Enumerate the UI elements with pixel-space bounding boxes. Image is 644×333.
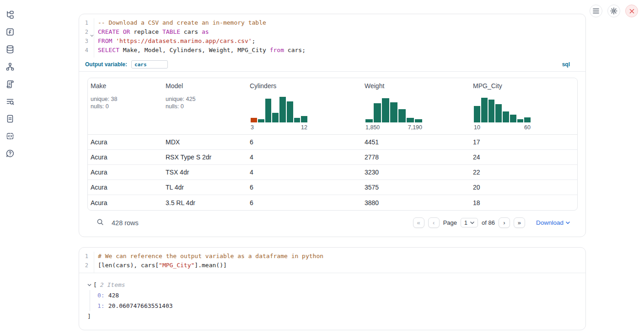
histogram-bar[interactable] bbox=[382, 98, 389, 122]
table-footer: 428 rows « ‹ Page 1 of 86 › » Download bbox=[87, 211, 578, 237]
histogram-bar[interactable] bbox=[265, 99, 272, 122]
python-comment: # We can reference the output variable a… bbox=[98, 253, 323, 259]
python-cell: 1 2 # We can reference the output variab… bbox=[79, 247, 586, 330]
column-header-cylinders[interactable]: Cylinders 3 12 bbox=[247, 78, 362, 134]
histogram-bar[interactable] bbox=[365, 119, 373, 122]
menu-icon[interactable] bbox=[590, 5, 602, 17]
language-badge: sql bbox=[562, 61, 570, 68]
table-row[interactable]: Acura TL 4dr 6 3575 20 bbox=[88, 180, 577, 195]
histogram-bar[interactable] bbox=[272, 113, 279, 122]
histogram-bar[interactable] bbox=[503, 111, 509, 122]
output-variable-row: Output variable: sql bbox=[79, 58, 585, 72]
code-line: # We can reference the output variable a… bbox=[98, 252, 323, 261]
code-line: SELECT Make, Model, Cylinders, Weight, M… bbox=[98, 46, 306, 55]
histogram-bar[interactable] bbox=[374, 103, 381, 122]
file-tree-icon[interactable] bbox=[5, 10, 15, 20]
histogram-bar[interactable] bbox=[294, 118, 301, 122]
line-number-gutter: 1 2 3 4 bbox=[79, 18, 94, 58]
list-item: 0:428 bbox=[97, 290, 577, 301]
histogram-bar[interactable] bbox=[301, 116, 307, 122]
histogram-bar[interactable] bbox=[474, 106, 480, 122]
page-select[interactable]: 1 bbox=[461, 218, 478, 227]
notebook: 1 2 3 4 -- Download a CSV and create an … bbox=[79, 14, 586, 330]
item-index: 0: bbox=[97, 292, 105, 299]
database-icon[interactable] bbox=[5, 44, 15, 54]
table-row[interactable]: Acura MDX 6 4451 17 bbox=[88, 135, 577, 150]
list-item: 1:20.060747663551403 bbox=[97, 301, 577, 311]
line-number: 3 bbox=[85, 38, 88, 44]
document-icon[interactable] bbox=[5, 114, 15, 124]
sql-code-editor[interactable]: 1 2 3 4 -- Download a CSV and create an … bbox=[79, 14, 585, 58]
histogram-bar[interactable] bbox=[510, 115, 516, 122]
line-number: 1 bbox=[85, 20, 88, 26]
shutdown-close-icon[interactable] bbox=[625, 5, 638, 17]
table-row[interactable]: Acura TSX 4dr 4 3230 22 bbox=[88, 165, 577, 180]
sql-cell: 1 2 3 4 -- Download a CSV and create an … bbox=[79, 14, 586, 237]
page-label: Page bbox=[443, 219, 457, 226]
mpg-city-histogram: 10 60 bbox=[474, 97, 531, 131]
histogram-bar[interactable] bbox=[488, 100, 495, 122]
items-count-label: 2 Items bbox=[100, 280, 125, 290]
python-code-editor[interactable]: 1 2 # We can reference the output variab… bbox=[79, 248, 585, 273]
function-icon[interactable] bbox=[5, 27, 15, 37]
axis-min-label: 10 bbox=[474, 124, 480, 131]
open-bracket: [ bbox=[93, 280, 97, 290]
item-index: 1: bbox=[97, 302, 105, 309]
table-row[interactable]: Acura RSX Type S 2dr 4 2778 24 bbox=[88, 150, 577, 165]
table-row[interactable]: Acura 3.5 RL 4dr 6 3880 18 bbox=[88, 195, 577, 210]
column-stats: unique: 38 nulls: 0 bbox=[91, 95, 159, 110]
dependency-graph-icon[interactable] bbox=[5, 62, 15, 72]
settings-gear-icon[interactable] bbox=[607, 5, 620, 17]
axis-max-label: 60 bbox=[524, 124, 531, 131]
chevron-down-icon bbox=[566, 222, 570, 224]
sql-code: -- Download a CSV and create an in-memor… bbox=[94, 18, 311, 58]
sql-comment: -- Download a CSV and create an in-memor… bbox=[98, 19, 266, 26]
column-header-model[interactable]: Model unique: 425 nulls: 0 bbox=[163, 78, 247, 134]
snippets-icon[interactable] bbox=[5, 131, 15, 141]
row-count: 428 rows bbox=[112, 219, 139, 227]
histogram-bar[interactable] bbox=[415, 119, 422, 122]
sql-url-string: 'https://datasets.marimo.app/cars.csv' bbox=[116, 37, 252, 44]
histogram-bar[interactable] bbox=[390, 102, 397, 122]
output-variable-label: Output variable: bbox=[85, 61, 127, 68]
python-code: # We can reference the output variable a… bbox=[94, 252, 329, 273]
histogram-bar[interactable] bbox=[279, 97, 286, 122]
histogram-bar[interactable] bbox=[287, 101, 293, 122]
first-page-button[interactable]: « bbox=[413, 217, 424, 228]
line-number: 4 bbox=[85, 47, 88, 53]
axis-min-label: 3 bbox=[251, 124, 254, 131]
histogram-bar[interactable] bbox=[398, 109, 406, 122]
histogram-bar[interactable] bbox=[495, 104, 502, 122]
column-header-mpg-city[interactable]: MPG_City 10 60 bbox=[470, 78, 577, 134]
logs-search-icon[interactable] bbox=[5, 96, 15, 106]
histogram-bar[interactable] bbox=[524, 117, 531, 122]
axis-min-label: 1,850 bbox=[365, 124, 380, 131]
code-line: [len(cars), cars["MPG_City"].mean()] bbox=[98, 261, 323, 270]
line-number-gutter: 1 2 bbox=[79, 252, 94, 273]
collapse-chevron-icon[interactable] bbox=[87, 284, 91, 286]
prev-page-button[interactable]: ‹ bbox=[428, 217, 440, 228]
code-line: FROM 'https://datasets.marimo.app/cars.c… bbox=[98, 37, 306, 46]
axis-max-label: 12 bbox=[301, 124, 307, 131]
close-bracket: ] bbox=[87, 311, 577, 322]
histogram-bar[interactable] bbox=[258, 119, 264, 122]
item-value: 20.060747663551403 bbox=[108, 302, 173, 309]
column-header-make[interactable]: Make unique: 38 nulls: 0 bbox=[88, 78, 163, 134]
cylinders-histogram: 3 12 bbox=[251, 97, 307, 131]
sidebar bbox=[0, 0, 20, 333]
column-header-weight[interactable]: Weight 1,850 7,190 bbox=[362, 78, 470, 134]
weight-histogram: 1,850 7,190 bbox=[365, 97, 422, 131]
help-icon[interactable] bbox=[5, 148, 15, 159]
histogram-bar[interactable] bbox=[251, 118, 257, 122]
next-page-button[interactable]: › bbox=[499, 217, 510, 228]
pagination: « ‹ Page 1 of 86 › » Download bbox=[413, 217, 570, 228]
sql-output: Make unique: 38 nulls: 0 Model unique: 4… bbox=[79, 72, 585, 237]
last-page-button[interactable]: » bbox=[514, 217, 525, 228]
histogram-bar[interactable] bbox=[517, 119, 524, 122]
output-variable-input[interactable] bbox=[131, 60, 168, 69]
histogram-bar[interactable] bbox=[481, 98, 488, 122]
search-icon[interactable] bbox=[97, 218, 104, 227]
download-button[interactable]: Download bbox=[536, 219, 570, 226]
scroll-icon[interactable] bbox=[5, 79, 15, 89]
histogram-bar[interactable] bbox=[407, 118, 414, 122]
